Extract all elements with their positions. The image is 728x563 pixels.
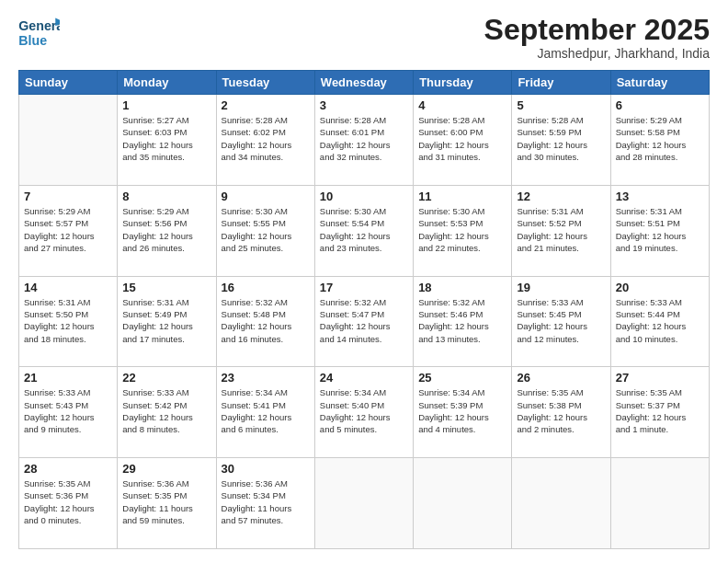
day-header-monday: Monday xyxy=(118,71,216,95)
day-info: Sunrise: 5:33 AM Sunset: 5:45 PM Dayligh… xyxy=(517,296,605,345)
svg-text:General: General xyxy=(18,18,60,33)
day-number: 16 xyxy=(222,281,310,294)
calendar-cell: 5Sunrise: 5:28 AM Sunset: 5:59 PM Daylig… xyxy=(512,95,610,186)
day-info: Sunrise: 5:31 AM Sunset: 5:49 PM Dayligh… xyxy=(122,296,210,345)
day-header-saturday: Saturday xyxy=(610,71,709,95)
day-info: Sunrise: 5:34 AM Sunset: 5:39 PM Dayligh… xyxy=(418,386,506,435)
day-header-wednesday: Wednesday xyxy=(314,71,413,95)
calendar-cell: 7Sunrise: 5:29 AM Sunset: 5:57 PM Daylig… xyxy=(19,185,118,276)
day-number: 12 xyxy=(517,190,605,203)
calendar-cell: 13Sunrise: 5:31 AM Sunset: 5:51 PM Dayli… xyxy=(610,185,709,276)
calendar-cell xyxy=(610,458,709,549)
day-number: 8 xyxy=(122,190,210,203)
day-number: 28 xyxy=(24,462,112,476)
day-info: Sunrise: 5:36 AM Sunset: 5:34 PM Dayligh… xyxy=(222,477,310,526)
day-info: Sunrise: 5:30 AM Sunset: 5:55 PM Dayligh… xyxy=(222,205,310,254)
calendar-cell: 19Sunrise: 5:33 AM Sunset: 5:45 PM Dayli… xyxy=(512,276,610,367)
day-info: Sunrise: 5:34 AM Sunset: 5:41 PM Dayligh… xyxy=(222,386,310,435)
header: General Blue September 2025 Jamshedpur, … xyxy=(18,14,710,61)
day-number: 4 xyxy=(418,98,506,112)
calendar-cell: 8Sunrise: 5:29 AM Sunset: 5:56 PM Daylig… xyxy=(118,185,216,276)
day-info: Sunrise: 5:32 AM Sunset: 5:46 PM Dayligh… xyxy=(418,296,506,345)
day-number: 25 xyxy=(418,371,506,385)
day-info: Sunrise: 5:29 AM Sunset: 5:57 PM Dayligh… xyxy=(24,205,112,254)
day-number: 2 xyxy=(222,98,310,112)
day-number: 15 xyxy=(122,281,210,294)
calendar-table: SundayMondayTuesdayWednesdayThursdayFrid… xyxy=(18,70,710,549)
title-block: September 2025 Jamshedpur, Jharkhand, In… xyxy=(484,14,710,61)
calendar-cell: 15Sunrise: 5:31 AM Sunset: 5:49 PM Dayli… xyxy=(118,276,216,367)
day-info: Sunrise: 5:31 AM Sunset: 5:52 PM Dayligh… xyxy=(517,205,605,254)
calendar-week-row: 28Sunrise: 5:35 AM Sunset: 5:36 PM Dayli… xyxy=(19,458,710,549)
day-number: 24 xyxy=(320,371,408,385)
day-info: Sunrise: 5:27 AM Sunset: 6:03 PM Dayligh… xyxy=(122,114,210,163)
day-info: Sunrise: 5:28 AM Sunset: 6:02 PM Dayligh… xyxy=(222,114,310,163)
day-header-friday: Friday xyxy=(512,71,610,95)
day-number: 21 xyxy=(24,371,112,385)
subtitle: Jamshedpur, Jharkhand, India xyxy=(484,46,710,61)
calendar-cell: 17Sunrise: 5:32 AM Sunset: 5:47 PM Dayli… xyxy=(314,276,413,367)
calendar-cell xyxy=(314,458,413,549)
calendar-cell: 9Sunrise: 5:30 AM Sunset: 5:55 PM Daylig… xyxy=(216,185,314,276)
day-number: 11 xyxy=(418,190,506,203)
day-number: 3 xyxy=(320,98,408,112)
calendar-cell: 30Sunrise: 5:36 AM Sunset: 5:34 PM Dayli… xyxy=(216,458,314,549)
day-info: Sunrise: 5:33 AM Sunset: 5:43 PM Dayligh… xyxy=(24,386,112,435)
day-info: Sunrise: 5:28 AM Sunset: 6:00 PM Dayligh… xyxy=(418,114,506,163)
svg-text:Blue: Blue xyxy=(18,33,47,48)
day-info: Sunrise: 5:29 AM Sunset: 5:58 PM Dayligh… xyxy=(616,114,704,163)
day-number: 20 xyxy=(616,281,704,294)
calendar-cell: 22Sunrise: 5:33 AM Sunset: 5:42 PM Dayli… xyxy=(118,367,216,458)
calendar-cell xyxy=(414,458,512,549)
day-number: 27 xyxy=(616,371,704,385)
calendar-cell: 23Sunrise: 5:34 AM Sunset: 5:41 PM Dayli… xyxy=(216,367,314,458)
calendar-cell: 18Sunrise: 5:32 AM Sunset: 5:46 PM Dayli… xyxy=(414,276,512,367)
page: General Blue September 2025 Jamshedpur, … xyxy=(0,0,728,563)
month-title: September 2025 xyxy=(484,14,710,46)
day-info: Sunrise: 5:36 AM Sunset: 5:35 PM Dayligh… xyxy=(122,477,210,526)
calendar-week-row: 1Sunrise: 5:27 AM Sunset: 6:03 PM Daylig… xyxy=(19,95,710,186)
day-number: 5 xyxy=(517,98,605,112)
day-info: Sunrise: 5:34 AM Sunset: 5:40 PM Dayligh… xyxy=(320,386,408,435)
day-number: 19 xyxy=(517,281,605,294)
day-number: 30 xyxy=(222,462,310,476)
day-number: 18 xyxy=(418,281,506,294)
day-number: 13 xyxy=(616,190,704,203)
calendar-cell: 29Sunrise: 5:36 AM Sunset: 5:35 PM Dayli… xyxy=(118,458,216,549)
calendar-cell: 4Sunrise: 5:28 AM Sunset: 6:00 PM Daylig… xyxy=(414,95,512,186)
day-info: Sunrise: 5:31 AM Sunset: 5:51 PM Dayligh… xyxy=(616,205,704,254)
day-info: Sunrise: 5:35 AM Sunset: 5:37 PM Dayligh… xyxy=(616,386,704,435)
calendar-cell xyxy=(19,95,118,186)
calendar-cell: 16Sunrise: 5:32 AM Sunset: 5:48 PM Dayli… xyxy=(216,276,314,367)
day-info: Sunrise: 5:32 AM Sunset: 5:47 PM Dayligh… xyxy=(320,296,408,345)
day-number: 26 xyxy=(517,371,605,385)
day-number: 17 xyxy=(320,281,408,294)
calendar-cell: 1Sunrise: 5:27 AM Sunset: 6:03 PM Daylig… xyxy=(118,95,216,186)
day-header-sunday: Sunday xyxy=(19,71,118,95)
calendar-cell: 6Sunrise: 5:29 AM Sunset: 5:58 PM Daylig… xyxy=(610,95,709,186)
day-header-tuesday: Tuesday xyxy=(216,71,314,95)
calendar-cell: 25Sunrise: 5:34 AM Sunset: 5:39 PM Dayli… xyxy=(414,367,512,458)
calendar-week-row: 7Sunrise: 5:29 AM Sunset: 5:57 PM Daylig… xyxy=(19,185,710,276)
logo-icon: General Blue xyxy=(18,14,60,51)
day-number: 6 xyxy=(616,98,704,112)
day-number: 14 xyxy=(24,281,112,294)
calendar-cell: 3Sunrise: 5:28 AM Sunset: 6:01 PM Daylig… xyxy=(314,95,413,186)
calendar-cell: 14Sunrise: 5:31 AM Sunset: 5:50 PM Dayli… xyxy=(19,276,118,367)
day-info: Sunrise: 5:32 AM Sunset: 5:48 PM Dayligh… xyxy=(222,296,310,345)
day-info: Sunrise: 5:29 AM Sunset: 5:56 PM Dayligh… xyxy=(122,205,210,254)
day-number: 23 xyxy=(222,371,310,385)
day-info: Sunrise: 5:28 AM Sunset: 6:01 PM Dayligh… xyxy=(320,114,408,163)
day-header-thursday: Thursday xyxy=(414,71,512,95)
day-number: 29 xyxy=(122,462,210,476)
day-number: 7 xyxy=(24,190,112,203)
calendar-week-row: 21Sunrise: 5:33 AM Sunset: 5:43 PM Dayli… xyxy=(19,367,710,458)
day-number: 10 xyxy=(320,190,408,203)
day-info: Sunrise: 5:33 AM Sunset: 5:42 PM Dayligh… xyxy=(122,386,210,435)
day-info: Sunrise: 5:35 AM Sunset: 5:38 PM Dayligh… xyxy=(517,386,605,435)
calendar-header-row: SundayMondayTuesdayWednesdayThursdayFrid… xyxy=(19,71,710,95)
calendar-cell: 12Sunrise: 5:31 AM Sunset: 5:52 PM Dayli… xyxy=(512,185,610,276)
day-info: Sunrise: 5:35 AM Sunset: 5:36 PM Dayligh… xyxy=(24,477,112,526)
day-info: Sunrise: 5:28 AM Sunset: 5:59 PM Dayligh… xyxy=(517,114,605,163)
calendar-cell: 11Sunrise: 5:30 AM Sunset: 5:53 PM Dayli… xyxy=(414,185,512,276)
